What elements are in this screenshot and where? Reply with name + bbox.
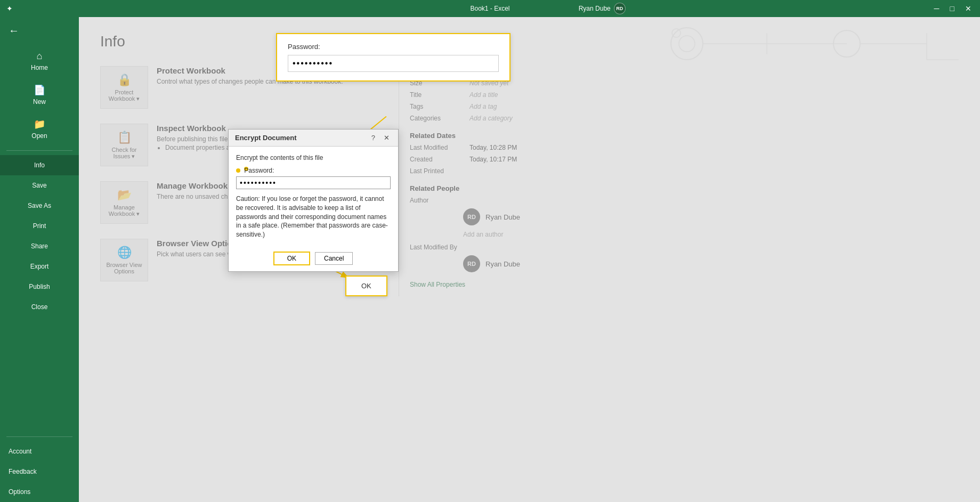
sidebar-item-save-as[interactable]: Save As — [0, 196, 79, 216]
encrypt-ok-button[interactable]: OK — [274, 252, 310, 265]
arrow-lines — [79, 17, 980, 502]
sidebar-item-home[interactable]: ⌂ Home — [0, 44, 79, 78]
new-icon: 📄 — [34, 84, 45, 96]
sidebar-item-publish[interactable]: Publish — [0, 277, 79, 297]
sidebar-item-share[interactable]: Share — [0, 236, 79, 256]
sidebar-item-options[interactable]: Options — [0, 482, 79, 502]
dialog-header-controls: ? ✕ — [369, 134, 392, 142]
window-title: Book1 - Excel — [470, 5, 509, 12]
maximize-btn[interactable]: □ — [946, 3, 959, 14]
save-label: Save — [32, 182, 46, 189]
close-label: Close — [31, 303, 48, 311]
dialog-close-btn[interactable]: ✕ — [382, 134, 392, 142]
password-tooltip-input[interactable] — [288, 55, 499, 72]
content-area: Info 🔒 ProtectWorkbook ▾ Protect Workboo… — [79, 17, 980, 502]
back-button[interactable]: ← — [0, 17, 79, 44]
encrypt-caution-text: Caution: If you lose or forget the passw… — [236, 195, 391, 239]
sidebar-item-home-label: Home — [31, 64, 48, 71]
close-window-btn[interactable]: ✕ — [961, 3, 976, 14]
sidebar-item-export[interactable]: Export — [0, 256, 79, 277]
home-icon: ⌂ — [37, 51, 43, 62]
sidebar-item-open-label: Open — [31, 132, 47, 140]
sidebar-item-info[interactable]: Info — [0, 155, 79, 175]
sidebar-item-account[interactable]: Account — [0, 441, 79, 461]
sidebar-item-feedback[interactable]: Feedback — [0, 461, 79, 482]
user-avatar-small: RD — [614, 3, 626, 14]
sidebar-item-info-label: Info — [34, 161, 45, 169]
encrypt-dialog: Encrypt Document ? ✕ Encrypt the content… — [228, 129, 399, 272]
encrypt-dialog-header: Encrypt Document ? ✕ — [229, 129, 398, 147]
share-label: Share — [31, 242, 48, 250]
save-as-label: Save As — [28, 202, 51, 209]
sidebar-item-close[interactable]: Close — [0, 297, 79, 317]
print-label: Print — [33, 222, 46, 230]
sidebar: ← ⌂ Home 📄 New 📁 Open Info Save S — [0, 17, 79, 502]
encrypt-password-input[interactable] — [236, 176, 391, 189]
ok-tooltip-label: OK — [361, 282, 371, 290]
sidebar-item-save[interactable]: Save — [0, 175, 79, 196]
sidebar-item-new[interactable]: 📄 New — [0, 78, 79, 112]
title-bar: ✦ Book1 - Excel Ryan Dube RD ─ □ ✕ — [0, 0, 980, 17]
app-body: ← ⌂ Home 📄 New 📁 Open Info Save S — [0, 17, 980, 502]
sidebar-bottom: Account Feedback Options — [0, 432, 79, 502]
ok-tooltip-box[interactable]: OK — [345, 276, 387, 296]
encrypt-dialog-footer: OK Cancel — [229, 252, 398, 271]
sidebar-item-print[interactable]: Print — [0, 216, 79, 236]
encrypt-dialog-body: Encrypt the contents of this file Passwo… — [229, 147, 398, 252]
password-tooltip-box: Password: — [276, 33, 511, 82]
password-tooltip-label: Password: — [288, 43, 499, 51]
encrypt-body-text: Encrypt the contents of this file — [236, 154, 391, 161]
export-label: Export — [30, 263, 49, 270]
dialog-help-btn[interactable]: ? — [369, 134, 377, 142]
open-icon: 📁 — [34, 118, 45, 130]
sidebar-item-open[interactable]: 📁 Open — [0, 112, 79, 146]
user-name: Ryan Dube — [579, 5, 611, 12]
password-indicator — [236, 168, 240, 173]
modal-overlay: Password: Encrypt Document ? ✕ Encrypt t… — [79, 17, 980, 502]
encrypt-dialog-title: Encrypt Document — [235, 134, 297, 142]
sidebar-divider-2 — [6, 436, 72, 437]
minimize-btn[interactable]: ─ — [930, 3, 944, 14]
sidebar-item-new-label: New — [33, 98, 46, 106]
sidebar-nav: ⌂ Home 📄 New 📁 Open Info Save Save As — [0, 44, 79, 317]
user-area: Ryan Dube RD — [579, 3, 626, 14]
sidebar-divider-1 — [6, 150, 72, 151]
encrypt-password-label: Password: — [236, 167, 391, 174]
window-controls[interactable]: ─ □ ✕ — [930, 3, 976, 14]
publish-label: Publish — [29, 283, 50, 290]
encrypt-cancel-button[interactable]: Cancel — [315, 252, 353, 265]
